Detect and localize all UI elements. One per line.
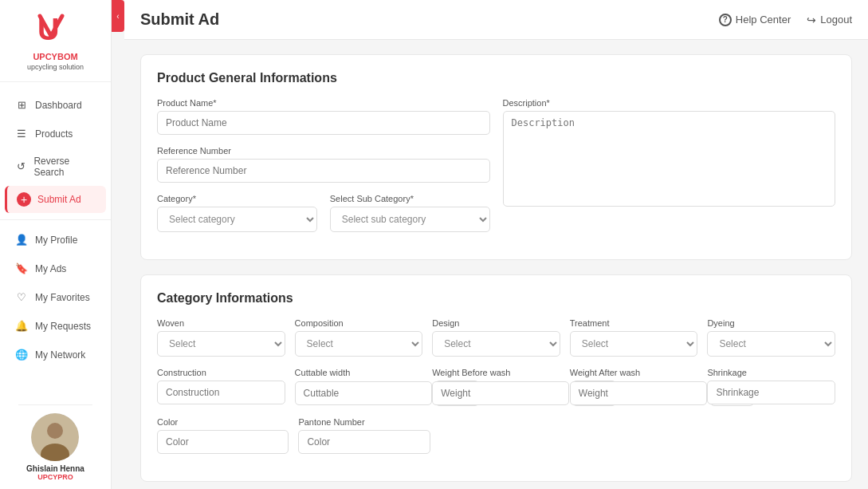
my-requests-icon: 🔔: [14, 319, 29, 333]
sub-category-label: Select Sub Category*: [330, 194, 490, 203]
description-label: Description*: [503, 98, 836, 108]
help-center-icon: ?: [719, 14, 732, 26]
my-profile-icon: 👤: [14, 233, 29, 247]
product-general-section: Product General Informations Product Nam…: [140, 54, 852, 260]
design-select[interactable]: Select: [432, 331, 560, 357]
treatment-select[interactable]: Select: [570, 331, 698, 357]
description-group: Description*: [503, 98, 836, 207]
sidebar-item-dashboard[interactable]: ⊞ Dashboard: [5, 92, 106, 119]
sidebar-item-my-profile-label: My Profile: [35, 235, 77, 246]
products-icon: ☰: [14, 127, 29, 141]
woven-label: Woven: [157, 318, 285, 328]
product-general-left-col: Product Name* Reference Number Category*…: [157, 98, 490, 243]
logo-icon: U: [33, 8, 77, 52]
category-info-row3: Color Pantone Number: [157, 417, 835, 454]
sidebar-item-dashboard-label: Dashboard: [35, 100, 82, 111]
logout-label: Logout: [820, 14, 852, 26]
help-center-label: Help Center: [736, 14, 791, 26]
pantone-spacer: [440, 417, 835, 454]
nav-items: ⊞ Dashboard ☰ Products ↺ Reverse Search …: [0, 90, 111, 404]
product-name-input[interactable]: [157, 111, 490, 135]
woven-group: Woven Select: [157, 318, 285, 357]
help-center-button[interactable]: ? Help Center: [719, 14, 791, 26]
weight-before-input[interactable]: [432, 381, 569, 405]
weight-after-input[interactable]: [570, 381, 707, 405]
sidebar-item-my-requests[interactable]: 🔔 My Requests: [5, 313, 106, 340]
weight-before-inline: Gsm: [432, 381, 560, 406]
weight-after-inline: Gsm: [570, 381, 698, 406]
product-name-group: Product Name*: [157, 98, 490, 135]
form-area: Product General Informations Product Nam…: [124, 40, 868, 489]
sidebar-item-reverse-search-label: Reverse Search: [33, 156, 96, 178]
description-input[interactable]: [503, 111, 836, 207]
category-select[interactable]: Select category: [157, 207, 317, 232]
submit-ad-icon: +: [17, 192, 31, 207]
sub-category-group: Select Sub Category* Select sub category: [330, 194, 490, 232]
shrinkage-group: Shrinkage: [707, 368, 835, 406]
sub-category-select[interactable]: Select sub category: [330, 207, 490, 232]
reference-number-input[interactable]: [157, 159, 490, 183]
color-label: Color: [157, 417, 289, 427]
top-bar-right: ? Help Center ↪ Logout: [719, 14, 852, 26]
dyeing-label: Dyeing: [707, 318, 835, 328]
composition-group: Composition Select: [295, 318, 423, 357]
dashboard-icon: ⊞: [14, 98, 29, 112]
weight-before-label: Weight Before wash: [432, 368, 560, 377]
reverse-search-icon: ↺: [14, 160, 27, 174]
dyeing-group: Dyeing Select: [707, 318, 835, 357]
pantone-label: Pantone Number: [298, 417, 430, 427]
weight-after-group: Weight After wash Gsm: [570, 368, 698, 406]
weight-after-label: Weight After wash: [570, 368, 698, 377]
construction-input[interactable]: [157, 381, 285, 404]
color-group: Color: [157, 417, 289, 454]
sidebar-item-my-favorites[interactable]: ♡ My Favorites: [5, 284, 106, 311]
sidebar-item-products-label: Products: [35, 128, 73, 140]
sidebar-item-submit-ad[interactable]: + Submit Ad: [5, 186, 106, 213]
dyeing-select[interactable]: Select: [707, 331, 835, 357]
sidebar-item-my-ads[interactable]: 🔖 My Ads: [5, 255, 106, 282]
product-general-title: Product General Informations: [157, 71, 835, 85]
construction-label: Construction: [157, 368, 285, 377]
sidebar-item-my-requests-label: My Requests: [35, 321, 91, 332]
color-input[interactable]: [157, 430, 289, 454]
sidebar-item-my-profile[interactable]: 👤 My Profile: [5, 227, 106, 254]
category-info-row2: Construction Cuttable width Cm Weight Be…: [157, 368, 835, 406]
top-bar: Submit Ad ? Help Center ↪ Logout: [124, 0, 868, 40]
user-tag: UPCYPRO: [37, 473, 73, 481]
sidebar-item-my-favorites-label: My Favorites: [35, 292, 90, 303]
my-network-icon: 🌐: [14, 348, 29, 362]
shrinkage-label: Shrinkage: [707, 368, 835, 377]
woven-select[interactable]: Select: [157, 331, 285, 357]
composition-label: Composition: [295, 318, 423, 328]
pantone-group: Pantone Number: [298, 417, 430, 454]
sidebar-item-my-network[interactable]: 🌐 My Network: [5, 341, 106, 369]
product-name-label: Product Name*: [157, 98, 490, 108]
sidebar-item-submit-ad-label: Submit Ad: [37, 194, 81, 205]
pantone-input[interactable]: [298, 430, 430, 454]
logo-brand: UPCYBOM: [33, 52, 77, 61]
sidebar: U UPCYBOM upcycling solution ⊞ Dashboard…: [0, 0, 112, 489]
sidebar-item-products[interactable]: ☰ Products: [5, 120, 106, 148]
cuttable-width-group: Cuttable width Cm: [295, 368, 423, 406]
category-row: Category* Select category Select Sub Cat…: [157, 194, 490, 232]
shrinkage-input[interactable]: [707, 381, 835, 404]
design-label: Design: [432, 318, 560, 328]
cuttable-input[interactable]: [295, 381, 432, 405]
composition-select[interactable]: Select: [295, 331, 423, 357]
treatment-group: Treatment Select: [570, 318, 698, 357]
category-info-row1: Woven Select Composition Select Design S…: [157, 318, 835, 357]
category-label: Category*: [157, 194, 317, 203]
user-name: Ghislain Henna: [26, 464, 84, 473]
logo-area: U UPCYBOM upcycling solution: [0, 8, 111, 82]
page-title: Submit Ad: [140, 10, 219, 29]
my-ads-icon: 🔖: [14, 262, 29, 276]
user-profile-area: Ghislain Henna UPCYPRO: [18, 404, 92, 489]
main-content: Submit Ad ? Help Center ↪ Logout Product…: [124, 0, 868, 489]
weight-before-group: Weight Before wash Gsm: [432, 368, 560, 406]
logout-button[interactable]: ↪ Logout: [807, 14, 852, 26]
sidebar-collapse-button[interactable]: ‹: [112, 0, 124, 32]
design-group: Design Select: [432, 318, 560, 357]
product-general-right-col: Description*: [503, 98, 836, 243]
sidebar-item-reverse-search[interactable]: ↺ Reverse Search: [5, 149, 106, 184]
avatar: [31, 413, 79, 461]
